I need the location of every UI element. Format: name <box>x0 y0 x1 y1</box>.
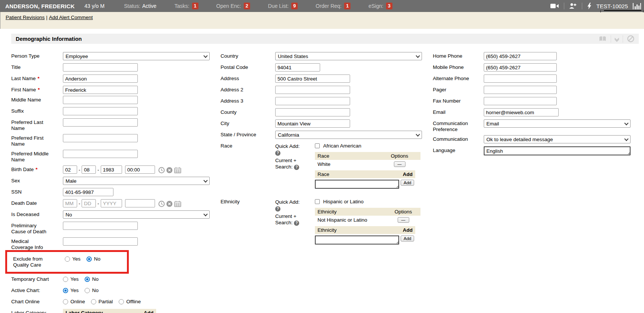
circle-slash-icon[interactable] <box>627 35 634 42</box>
link-bar: Patient Revisions|Add Alert Comment <box>0 12 644 29</box>
title-input[interactable] <box>63 63 138 72</box>
pager-input[interactable] <box>484 86 557 94</box>
postal-code-input[interactable] <box>275 63 320 72</box>
due-list-counter[interactable]: Due List: 9 <box>268 3 298 9</box>
help-icon[interactable]: ? <box>294 221 299 226</box>
clear-date-icon[interactable] <box>166 167 173 173</box>
sex-select[interactable]: Male <box>63 177 210 185</box>
home-phone-input[interactable] <box>484 52 557 60</box>
birth-month-input[interactable] <box>63 165 77 174</box>
ethnicity-add-input[interactable] <box>315 235 399 244</box>
active-chart-yes-radio[interactable] <box>63 288 68 293</box>
person-type-select[interactable]: Employee <box>63 52 210 60</box>
clock-icon[interactable] <box>158 167 165 173</box>
section-icon-divider <box>623 35 623 43</box>
preferred-last-name-input[interactable] <box>63 118 138 127</box>
due-list-label: Due List: <box>268 3 289 9</box>
order-req-counter[interactable]: Order Req: 1 <box>316 3 350 9</box>
preferred-middle-name-row: Preferred Middle Name <box>11 150 221 163</box>
due-list-badge[interactable]: 9 <box>291 3 298 9</box>
medical-coverage-input[interactable] <box>63 237 138 246</box>
death-day-input[interactable] <box>82 199 96 207</box>
esign-counter[interactable]: eSign: 3 <box>368 3 392 9</box>
online-label: Online <box>70 299 85 304</box>
preferred-first-name-input[interactable] <box>63 134 138 142</box>
esign-badge[interactable]: 3 <box>386 3 392 9</box>
race-remove-button[interactable]: — <box>394 161 405 167</box>
ethnicity-hispanic-checkbox[interactable] <box>315 199 320 204</box>
video-camera-icon[interactable] <box>550 3 559 9</box>
book-icon[interactable] <box>599 36 607 42</box>
city-input[interactable] <box>275 119 350 128</box>
clear-date-icon[interactable] <box>166 201 173 207</box>
patient-name: ANDERSON, FREDERICK <box>5 3 75 9</box>
chevron-down-icon <box>203 178 207 182</box>
patient-revisions-link[interactable]: Patient Revisions <box>6 15 45 20</box>
ethnicity-add-button[interactable]: Add <box>401 235 414 241</box>
email-input[interactable] <box>484 108 559 116</box>
ethnicity-remove-button[interactable]: — <box>398 217 409 223</box>
communication-preference-select[interactable]: Email <box>484 119 631 128</box>
communication-select[interactable]: Ok to leave detailed message <box>484 135 631 143</box>
help-icon[interactable]: ? <box>294 165 299 170</box>
open-enc-counter[interactable]: Open Enc: 2 <box>216 3 250 9</box>
active-chart-no-radio[interactable] <box>85 288 90 293</box>
collapse-chevrons-icon[interactable] <box>615 37 619 41</box>
address3-input[interactable] <box>275 97 350 105</box>
add-alert-comment-link[interactable]: Add Alert Comment <box>49 15 93 20</box>
address-input[interactable] <box>275 75 350 83</box>
status-group: Status: Active <box>124 3 157 9</box>
suffix-input[interactable] <box>63 107 138 115</box>
birth-day-input[interactable] <box>82 165 96 174</box>
open-enc-badge[interactable]: 2 <box>244 3 250 9</box>
address2-input[interactable] <box>275 86 350 94</box>
order-req-badge[interactable]: 1 <box>344 3 350 9</box>
language-input[interactable] <box>484 146 631 155</box>
death-month-input[interactable] <box>63 199 77 207</box>
state-province-select[interactable]: California <box>275 131 422 139</box>
exclude-quality-yes-radio[interactable] <box>65 256 70 262</box>
alternate-phone-input[interactable] <box>484 75 557 83</box>
birth-year-input[interactable] <box>101 165 122 174</box>
clock-icon[interactable] <box>158 201 165 207</box>
fax-number-label: Fax Number <box>433 98 461 104</box>
middle-name-input[interactable] <box>63 96 138 104</box>
lightning-icon[interactable] <box>587 3 592 9</box>
country-select[interactable]: United States <box>275 52 422 60</box>
preferred-middle-name-input[interactable] <box>63 150 138 158</box>
mobile-phone-input[interactable] <box>484 63 557 72</box>
tasks-counter[interactable]: Tasks: 1 <box>174 3 198 9</box>
exclude-quality-no-radio[interactable] <box>86 256 92 262</box>
chart-online-online-radio[interactable] <box>63 299 68 304</box>
race-african-american-checkbox[interactable] <box>315 143 320 148</box>
death-year-input[interactable] <box>101 199 122 207</box>
temporary-chart-yes-radio[interactable] <box>63 277 68 282</box>
county-input[interactable] <box>275 108 350 116</box>
preliminary-cause-row: Preliminary Cause of Death <box>11 222 221 235</box>
active-chart-label: Active Chart: <box>11 288 40 294</box>
ethnicity-label: Ethnicity <box>221 199 240 205</box>
race-add-button[interactable]: Add <box>401 180 414 186</box>
preliminary-cause-input[interactable] <box>63 222 138 230</box>
ssn-input[interactable] <box>63 188 113 196</box>
address-row: Address <box>221 75 433 83</box>
chart-online-offline-radio[interactable] <box>119 299 124 304</box>
chart-online-partial-radio[interactable] <box>91 299 96 304</box>
last-name-input[interactable] <box>63 75 138 83</box>
language-label: Language <box>433 148 455 154</box>
help-icon[interactable]: ? <box>275 151 280 156</box>
race-add-input[interactable] <box>315 180 399 189</box>
fax-number-input[interactable] <box>484 97 557 105</box>
birth-time-input[interactable] <box>125 165 155 174</box>
home-phone-label: Home Phone <box>433 53 462 59</box>
add-person-icon[interactable] <box>569 3 577 9</box>
first-name-input[interactable] <box>63 86 138 94</box>
is-deceased-select[interactable]: No <box>63 210 210 219</box>
bar-chart-icon[interactable] <box>633 3 641 9</box>
temporary-chart-no-radio[interactable] <box>85 277 90 282</box>
help-icon[interactable]: ? <box>275 206 280 212</box>
death-time-input[interactable] <box>125 199 155 207</box>
calendar-icon[interactable] <box>174 201 181 207</box>
tasks-badge[interactable]: 1 <box>192 3 198 9</box>
calendar-icon[interactable] <box>174 167 181 173</box>
